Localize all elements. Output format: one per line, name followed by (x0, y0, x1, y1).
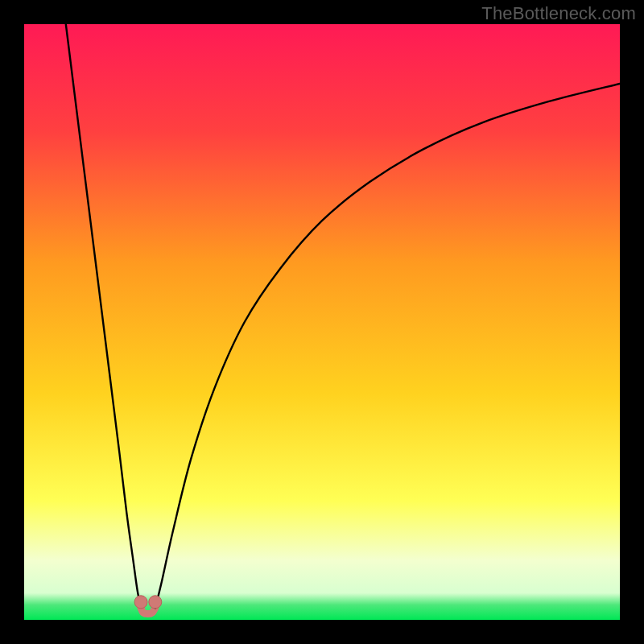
chart-frame (24, 24, 620, 620)
trough-marker-trough-right (149, 596, 162, 609)
bottleneck-chart-svg (24, 24, 620, 620)
gradient-background (24, 24, 620, 620)
trough-marker-trough-left (134, 596, 147, 609)
watermark-text: TheBottleneck.com (481, 3, 636, 24)
